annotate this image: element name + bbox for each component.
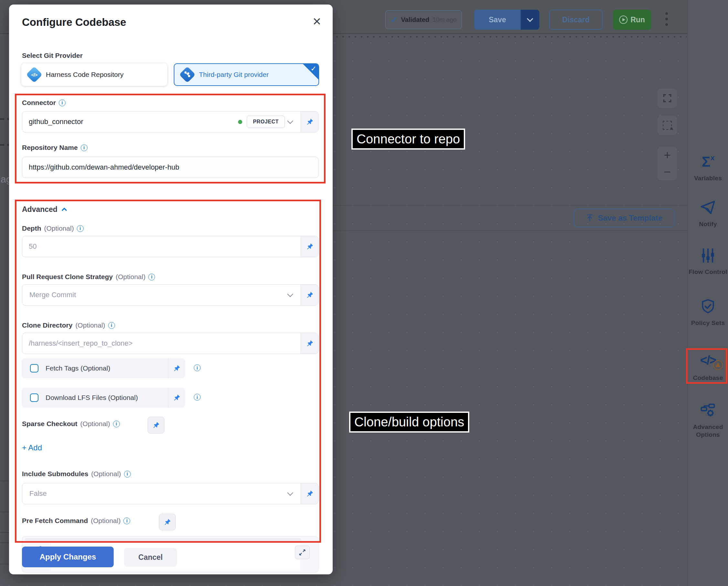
provider-option-harness[interactable]: </> Harness Code Repository xyxy=(21,63,167,86)
info-icon[interactable]: i xyxy=(59,100,66,106)
editor-toolbar xyxy=(25,538,301,542)
chevron-down-icon[interactable] xyxy=(287,118,293,124)
connector-status-dot xyxy=(238,120,242,124)
shield-check-icon xyxy=(700,299,716,315)
validated-label: Validated xyxy=(401,16,430,24)
info-icon[interactable]: i xyxy=(124,471,131,478)
pipeline-edge-dashes xyxy=(0,118,9,120)
pin-icon xyxy=(152,421,160,429)
warning-badge-icon xyxy=(713,360,723,370)
save-dropdown-button[interactable] xyxy=(521,10,539,30)
add-sparse-checkout-link[interactable]: + Add xyxy=(22,443,42,452)
annotation-label-connector: Connector to repo xyxy=(352,129,465,150)
runtime-input-pin[interactable] xyxy=(168,388,185,408)
zoom-in-button[interactable]: + xyxy=(664,149,671,161)
info-icon[interactable]: i xyxy=(148,274,155,280)
repository-name-label: Repository Name i xyxy=(22,144,87,152)
sidebar-item-codebase[interactable]: </> Codebase xyxy=(687,349,728,382)
row-divider xyxy=(0,542,9,543)
run-button[interactable]: Run xyxy=(613,10,651,30)
configure-codebase-dialog: Configure Codebase × Select Git Provider… xyxy=(9,4,333,575)
repository-name-input[interactable] xyxy=(22,163,318,172)
sidebar-item-notify[interactable]: Notify xyxy=(687,198,728,228)
chevron-down-icon xyxy=(527,16,533,22)
clone-directory-label: Clone Directory (Optional) i xyxy=(22,322,115,329)
provider-option-thirdparty[interactable]: Third-party Git provider ✓ xyxy=(174,63,319,86)
pr-clone-strategy-select[interactable]: Merge Commit xyxy=(22,284,318,306)
info-icon[interactable]: i xyxy=(77,225,84,232)
info-icon[interactable]: i xyxy=(81,145,87,151)
save-button[interactable]: Save xyxy=(474,10,521,30)
sidebar-item-variables[interactable]: Σx Variables xyxy=(687,152,728,182)
info-icon[interactable]: i xyxy=(194,394,201,401)
apply-changes-button[interactable]: Apply Changes xyxy=(22,546,114,567)
editor-expand-button[interactable] xyxy=(295,545,310,559)
depth-label: Depth (Optional) i xyxy=(22,225,84,232)
canvas-divider xyxy=(333,230,687,231)
marquee-select-button[interactable] xyxy=(657,116,677,135)
fetch-tags-checkbox[interactable] xyxy=(30,364,38,373)
pin-icon xyxy=(306,490,314,498)
pr-clone-strategy-label: Pull Request Clone Strategy (Optional) i xyxy=(22,273,155,281)
clone-directory-field[interactable] xyxy=(22,333,318,354)
runtime-input-pin[interactable] xyxy=(301,285,318,305)
runtime-input-pin[interactable] xyxy=(301,236,318,257)
git-provider-section-label: Select Git Provider xyxy=(22,52,83,59)
runtime-input-pin[interactable] xyxy=(301,483,318,504)
pin-icon xyxy=(163,518,171,526)
fullscreen-button[interactable] xyxy=(657,88,677,108)
connector-label: Connector i xyxy=(22,99,66,107)
runtime-input-pin[interactable] xyxy=(168,358,185,378)
clone-directory-input[interactable] xyxy=(22,339,301,348)
pipeline-edge-dashes xyxy=(0,144,9,146)
advanced-section-toggle[interactable]: Advanced xyxy=(22,205,68,214)
paper-plane-icon xyxy=(700,199,717,216)
row-divider xyxy=(0,512,9,512)
harness-code-icon: </> xyxy=(26,67,43,83)
chevron-down-icon[interactable] xyxy=(287,490,293,495)
fetch-tags-row[interactable]: Fetch Tags (Optional) xyxy=(22,358,185,378)
canvas-divider xyxy=(333,205,687,206)
download-lfs-checkbox[interactable] xyxy=(30,393,38,402)
sidebar-item-flow-control[interactable]: Flow Control xyxy=(687,246,728,276)
row-divider xyxy=(0,532,9,533)
connector-input[interactable] xyxy=(22,118,238,126)
zoom-controls[interactable]: + − xyxy=(657,147,677,180)
more-options-menu[interactable] xyxy=(665,12,669,29)
fullscreen-icon xyxy=(663,94,672,103)
sidebar-item-policy-sets[interactable]: Policy Sets xyxy=(687,297,728,327)
dialog-title: Configure Codebase xyxy=(22,16,126,28)
git-icon xyxy=(179,67,196,83)
include-submodules-select[interactable]: False xyxy=(22,483,318,504)
chevron-up-icon xyxy=(61,206,68,213)
connector-field[interactable]: PROJECT xyxy=(22,111,318,132)
pin-icon xyxy=(306,339,314,347)
discard-button[interactable]: Discard xyxy=(549,10,603,30)
repository-name-field[interactable] xyxy=(22,157,318,178)
validated-status-pill: ✓ Validated 10m ago xyxy=(385,10,462,29)
pin-icon xyxy=(306,291,314,299)
save-split-button[interactable]: Save xyxy=(474,10,539,30)
close-icon[interactable]: × xyxy=(313,14,321,28)
info-icon[interactable]: i xyxy=(113,421,120,427)
zoom-out-button[interactable]: − xyxy=(664,166,671,178)
play-icon xyxy=(619,16,628,24)
save-as-template-button[interactable]: Save as Template xyxy=(574,209,674,227)
pre-fetch-pin-button[interactable] xyxy=(159,514,176,530)
sparse-checkout-pin-button[interactable] xyxy=(148,417,164,434)
sigma-x-icon: Σx xyxy=(702,155,714,169)
runtime-input-pin[interactable] xyxy=(301,111,318,132)
chevron-down-icon[interactable] xyxy=(287,291,293,297)
depth-field[interactable] xyxy=(22,236,318,257)
depth-input[interactable] xyxy=(22,242,301,251)
include-submodules-label: Include Submodules (Optional) i xyxy=(22,470,131,478)
info-icon[interactable]: i xyxy=(108,322,115,329)
info-icon[interactable]: i xyxy=(194,364,201,371)
download-lfs-row[interactable]: Download LFS Files (Optional) xyxy=(22,388,185,408)
sidebar-item-advanced-options[interactable]: Advanced Options xyxy=(687,401,728,439)
info-icon[interactable]: i xyxy=(123,517,130,524)
sliders-icon xyxy=(700,248,716,263)
cancel-button[interactable]: Cancel xyxy=(124,548,177,567)
runtime-input-pin[interactable] xyxy=(301,333,318,354)
pin-icon xyxy=(306,118,314,126)
